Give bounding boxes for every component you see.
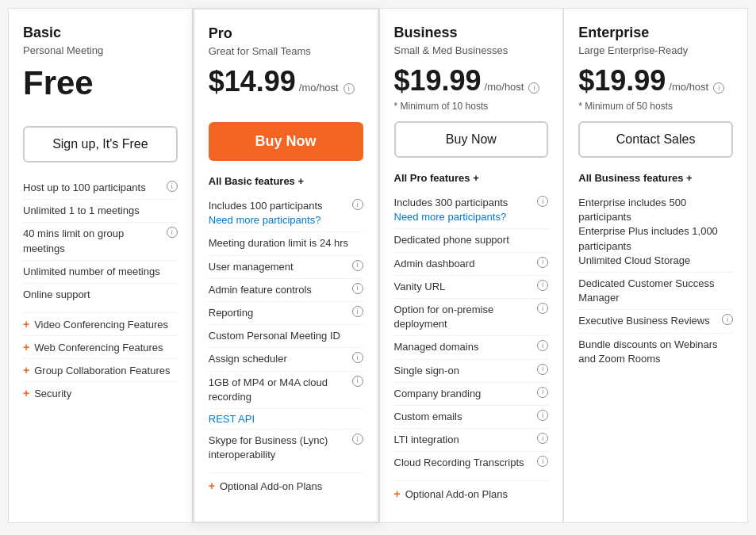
info-icon[interactable]: i [343, 83, 355, 94]
plan-basic-price: Free [23, 64, 94, 102]
plan-pro: Pro Great for Small Teams $14.99 /mo/hos… [193, 8, 379, 523]
feature-pro-participants: Includes 100 participants Need more part… [209, 195, 363, 231]
feature-admin-controls: Admin feature controls i [209, 278, 363, 301]
feature-sso: Single sign-on i [394, 359, 549, 382]
info-icon[interactable]: i [537, 280, 548, 291]
plan-enterprise-tagline: Large Enterprise-Ready [578, 44, 733, 56]
rest-api-link[interactable]: REST API [209, 413, 363, 425]
feature-biz-participants: Includes 300 participants Need more part… [394, 192, 549, 228]
feature-custom-meeting-id: Custom Personal Meeting ID [209, 324, 363, 347]
feature-admin-dashboard: Admin dashboard i [394, 252, 549, 275]
need-more-participants-link[interactable]: Need more participants? [209, 214, 321, 226]
plus-icon: + [209, 480, 215, 492]
info-icon[interactable]: i [167, 181, 178, 192]
info-icon[interactable]: i [352, 283, 363, 294]
info-icon[interactable]: i [537, 340, 548, 351]
info-icon[interactable]: i [167, 227, 178, 238]
info-icon[interactable]: i [352, 260, 363, 271]
info-icon[interactable]: i [537, 387, 548, 398]
addon-business[interactable]: + Optional Add-on Plans [394, 480, 549, 506]
info-icon[interactable]: i [537, 364, 548, 375]
feature-cloud-recording: 1GB of MP4 or M4A cloud recording i [209, 371, 363, 408]
plan-business-features-title: All Pro features + [394, 172, 549, 184]
expand-video-conferencing[interactable]: + Video Conferencing Features [23, 312, 178, 335]
feature-online-support: Online support [23, 283, 178, 306]
plus-icon: + [23, 387, 29, 399]
plan-business-period: /mo/host [485, 81, 524, 93]
feature-meeting-duration: Meeting duration limit is 24 hrs [209, 231, 363, 254]
plan-pro-period: /mo/host [299, 82, 339, 94]
plan-business-tagline: Small & Med Businesses [394, 44, 549, 56]
info-icon[interactable]: i [537, 257, 548, 268]
plan-enterprise-period: /mo/host [669, 81, 708, 93]
plan-basic: Basic Personal Meeting Free Sign up, It'… [8, 8, 193, 523]
feature-vanity-url: Vanity URL i [394, 275, 549, 298]
plan-business-features: Includes 300 participants Need more part… [394, 192, 549, 474]
feature-company-branding: Company branding i [394, 382, 549, 405]
plan-pro-features: Includes 100 participants Need more part… [209, 195, 363, 466]
plan-basic-cta[interactable]: Sign up, It's Free [23, 126, 178, 162]
feature-csm: Dedicated Customer Success Manager [578, 272, 733, 309]
info-icon[interactable]: i [537, 410, 548, 421]
need-more-participants-link[interactable]: Need more participants? [394, 211, 507, 223]
feature-on-premise: Option for on-premise deployment i [394, 298, 549, 335]
feature-1to1: Unlimited 1 to 1 meetings [23, 199, 178, 222]
plan-basic-tagline: Personal Meeting [23, 44, 178, 56]
plus-icon: + [23, 364, 29, 376]
feature-custom-emails: Custom emails i [394, 405, 549, 428]
plus-icon: + [23, 341, 29, 353]
info-icon[interactable]: i [713, 82, 724, 94]
feature-bundle-discounts: Bundle discounts on Webinars and Zoom Ro… [578, 333, 733, 370]
plus-icon: + [23, 318, 29, 331]
info-icon[interactable]: i [352, 352, 363, 363]
info-icon[interactable]: i [537, 433, 548, 444]
plan-enterprise-name: Enterprise [578, 25, 733, 41]
info-icon[interactable]: i [722, 314, 733, 325]
plan-enterprise-note: * Minimum of 50 hosts [578, 101, 733, 113]
expand-web-conferencing[interactable]: + Web Conferencing Features [23, 335, 178, 358]
info-icon[interactable]: i [352, 199, 363, 210]
info-icon[interactable]: i [528, 82, 539, 94]
plan-enterprise-price: $19.99 [578, 64, 666, 97]
info-icon[interactable]: i [352, 306, 363, 317]
expand-security[interactable]: + Security [23, 381, 178, 404]
pricing-container: Basic Personal Meeting Free Sign up, It'… [8, 8, 748, 523]
plan-basic-note [23, 105, 178, 118]
feature-unlimited-meetings: Unlimited number of meetings [23, 260, 178, 283]
feature-40mins: 40 mins limit on group meetings i [23, 222, 178, 259]
feature-cloud-transcripts: Cloud Recording Transcripts i [394, 451, 549, 474]
feature-lti: LTI integration i [394, 428, 549, 451]
plan-business-name: Business [394, 25, 549, 41]
plan-basic-features: Host up to 100 participants i Unlimited … [23, 177, 178, 306]
plan-business-price: $19.99 [394, 64, 482, 97]
plan-enterprise-features-title: All Business features + [578, 172, 733, 184]
plan-pro-tagline: Great for Small Teams [209, 45, 363, 57]
plan-pro-price: $14.99 [209, 65, 296, 98]
plan-pro-name: Pro [209, 25, 363, 42]
plan-business-cta[interactable]: Buy Now [394, 121, 549, 158]
info-icon[interactable]: i [537, 303, 548, 314]
feature-dedicated-phone: Dedicated phone support [394, 228, 549, 251]
info-icon[interactable]: i [537, 196, 548, 207]
plan-business: Business Small & Med Businesses $19.99 /… [379, 8, 564, 523]
expand-group-collaboration[interactable]: + Group Collaboration Features [23, 358, 178, 381]
plan-pro-features-title: All Basic features + [209, 175, 363, 187]
feature-participants: Host up to 100 participants i [23, 177, 178, 199]
plan-basic-name: Basic [23, 25, 178, 41]
feature-executive-reviews: Executive Business Reviews i [578, 309, 733, 332]
plan-pro-cta[interactable]: Buy Now [209, 122, 363, 161]
plan-pro-note [209, 101, 363, 114]
plan-enterprise-cta[interactable]: Contact Sales [578, 121, 733, 158]
info-icon[interactable]: i [537, 456, 548, 467]
feature-reporting: Reporting i [209, 301, 363, 324]
feature-assign-scheduler: Assign scheduler i [209, 347, 363, 370]
info-icon[interactable]: i [352, 434, 363, 445]
info-icon[interactable]: i [352, 376, 363, 387]
feature-ent-participants: Enterprise includes 500 participants Ent… [578, 192, 733, 272]
feature-user-management: User management i [209, 255, 363, 278]
plan-enterprise-features: Enterprise includes 500 participants Ent… [578, 192, 733, 370]
plan-business-note: * Minimum of 10 hosts [394, 101, 549, 113]
addon-pro[interactable]: + Optional Add-on Plans [209, 472, 363, 499]
feature-managed-domains: Managed domains i [394, 335, 549, 358]
plan-enterprise: Enterprise Large Enterprise-Ready $19.99… [563, 8, 748, 523]
